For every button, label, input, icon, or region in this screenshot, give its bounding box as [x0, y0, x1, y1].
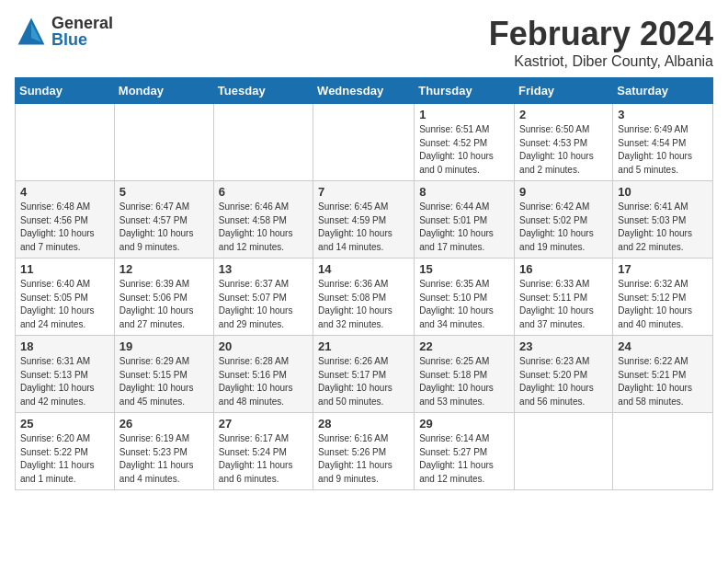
day-info: Sunrise: 6:25 AM Sunset: 5:18 PM Dayligh… [419, 355, 509, 408]
day-number: 24 [618, 339, 708, 353]
weekday-header-monday: Monday [114, 78, 213, 104]
day-number: 4 [20, 185, 109, 199]
calendar-cell: 21Sunrise: 6:26 AM Sunset: 5:17 PM Dayli… [313, 336, 415, 413]
weekday-header-sunday: Sunday [16, 78, 115, 104]
location-title: Kastriot, Diber County, Albania [489, 53, 713, 70]
day-number: 12 [119, 262, 209, 276]
day-number: 3 [618, 108, 708, 121]
week-row-5: 25Sunrise: 6:20 AM Sunset: 5:22 PM Dayli… [16, 413, 713, 490]
day-info: Sunrise: 6:16 AM Sunset: 5:26 PM Dayligh… [318, 432, 409, 486]
day-info: Sunrise: 6:26 AM Sunset: 5:17 PM Dayligh… [318, 355, 409, 408]
calendar-cell: 13Sunrise: 6:37 AM Sunset: 5:07 PM Dayli… [213, 259, 313, 336]
day-number: 21 [318, 339, 409, 353]
calendar-cell: 25Sunrise: 6:20 AM Sunset: 5:22 PM Dayli… [16, 413, 115, 490]
day-number: 10 [618, 185, 708, 199]
day-info: Sunrise: 6:50 AM Sunset: 4:53 PM Dayligh… [519, 123, 608, 177]
day-number: 11 [20, 262, 109, 276]
calendar-cell [515, 413, 613, 490]
calendar-cell: 23Sunrise: 6:23 AM Sunset: 5:20 PM Dayli… [515, 336, 613, 413]
day-number: 20 [219, 339, 308, 353]
day-info: Sunrise: 6:35 AM Sunset: 5:10 PM Dayligh… [419, 278, 509, 331]
calendar-cell: 6Sunrise: 6:46 AM Sunset: 4:58 PM Daylig… [213, 181, 313, 259]
week-row-3: 11Sunrise: 6:40 AM Sunset: 5:05 PM Dayli… [16, 259, 713, 336]
day-number: 19 [119, 339, 209, 353]
week-row-2: 4Sunrise: 6:48 AM Sunset: 4:56 PM Daylig… [16, 181, 713, 259]
day-info: Sunrise: 6:46 AM Sunset: 4:58 PM Dayligh… [219, 201, 308, 254]
weekday-header-thursday: Thursday [415, 78, 515, 104]
day-number: 16 [519, 262, 608, 276]
weekday-header-wednesday: Wednesday [313, 78, 415, 104]
day-number: 1 [419, 108, 509, 121]
calendar-cell: 5Sunrise: 6:47 AM Sunset: 4:57 PM Daylig… [114, 181, 213, 259]
calendar-cell [16, 104, 115, 181]
calendar-cell: 12Sunrise: 6:39 AM Sunset: 5:06 PM Dayli… [114, 259, 213, 336]
day-info: Sunrise: 6:42 AM Sunset: 5:02 PM Dayligh… [519, 201, 608, 254]
day-info: Sunrise: 6:28 AM Sunset: 5:16 PM Dayligh… [219, 355, 308, 408]
day-info: Sunrise: 6:49 AM Sunset: 4:54 PM Dayligh… [618, 123, 708, 177]
logo-blue: Blue [51, 31, 113, 48]
calendar-cell: 9Sunrise: 6:42 AM Sunset: 5:02 PM Daylig… [515, 181, 613, 259]
calendar-cell: 20Sunrise: 6:28 AM Sunset: 5:16 PM Dayli… [213, 336, 313, 413]
calendar-cell: 2Sunrise: 6:50 AM Sunset: 4:53 PM Daylig… [515, 104, 613, 181]
day-number: 15 [419, 262, 509, 276]
calendar-cell: 7Sunrise: 6:45 AM Sunset: 4:59 PM Daylig… [313, 181, 415, 259]
day-number: 9 [519, 185, 608, 199]
month-title: February 2024 [489, 15, 713, 53]
day-info: Sunrise: 6:33 AM Sunset: 5:11 PM Dayligh… [519, 278, 608, 331]
calendar-cell: 8Sunrise: 6:44 AM Sunset: 5:01 PM Daylig… [415, 181, 515, 259]
day-info: Sunrise: 6:36 AM Sunset: 5:08 PM Dayligh… [318, 278, 409, 331]
calendar-cell [613, 413, 713, 490]
calendar-cell: 29Sunrise: 6:14 AM Sunset: 5:27 PM Dayli… [415, 413, 515, 490]
day-number: 27 [219, 417, 308, 431]
header-area: General Blue February 2024 Kastriot, Dib… [15, 15, 713, 70]
day-number: 5 [119, 185, 209, 199]
day-info: Sunrise: 6:32 AM Sunset: 5:12 PM Dayligh… [618, 278, 708, 331]
day-info: Sunrise: 6:51 AM Sunset: 4:52 PM Dayligh… [419, 123, 509, 177]
calendar-cell [313, 104, 415, 181]
logo-general: General [51, 15, 113, 31]
day-info: Sunrise: 6:48 AM Sunset: 4:56 PM Dayligh… [20, 201, 109, 254]
day-number: 2 [519, 108, 608, 121]
calendar-cell [114, 104, 213, 181]
day-info: Sunrise: 6:22 AM Sunset: 5:21 PM Dayligh… [618, 355, 708, 408]
day-info: Sunrise: 6:17 AM Sunset: 5:24 PM Dayligh… [219, 432, 308, 486]
day-info: Sunrise: 6:20 AM Sunset: 5:22 PM Dayligh… [20, 432, 109, 486]
weekday-header-friday: Friday [515, 78, 613, 104]
weekday-header-tuesday: Tuesday [213, 78, 313, 104]
day-number: 18 [20, 339, 109, 353]
week-row-4: 18Sunrise: 6:31 AM Sunset: 5:13 PM Dayli… [16, 336, 713, 413]
calendar-cell: 15Sunrise: 6:35 AM Sunset: 5:10 PM Dayli… [415, 259, 515, 336]
day-number: 8 [419, 185, 509, 199]
day-number: 17 [618, 262, 708, 276]
day-number: 25 [20, 417, 109, 431]
day-info: Sunrise: 6:47 AM Sunset: 4:57 PM Dayligh… [119, 201, 209, 254]
calendar-cell: 27Sunrise: 6:17 AM Sunset: 5:24 PM Dayli… [213, 413, 313, 490]
calendar-cell: 16Sunrise: 6:33 AM Sunset: 5:11 PM Dayli… [515, 259, 613, 336]
title-area: February 2024 Kastriot, Diber County, Al… [489, 15, 713, 70]
calendar-cell: 22Sunrise: 6:25 AM Sunset: 5:18 PM Dayli… [415, 336, 515, 413]
day-info: Sunrise: 6:29 AM Sunset: 5:15 PM Dayligh… [119, 355, 209, 408]
calendar-cell: 24Sunrise: 6:22 AM Sunset: 5:21 PM Dayli… [613, 336, 713, 413]
calendar-cell [213, 104, 313, 181]
day-info: Sunrise: 6:40 AM Sunset: 5:05 PM Dayligh… [20, 278, 109, 331]
day-info: Sunrise: 6:37 AM Sunset: 5:07 PM Dayligh… [219, 278, 308, 331]
calendar-cell: 10Sunrise: 6:41 AM Sunset: 5:03 PM Dayli… [613, 181, 713, 259]
calendar-cell: 26Sunrise: 6:19 AM Sunset: 5:23 PM Dayli… [114, 413, 213, 490]
calendar-cell: 11Sunrise: 6:40 AM Sunset: 5:05 PM Dayli… [16, 259, 115, 336]
logo: General Blue [15, 15, 113, 48]
day-info: Sunrise: 6:41 AM Sunset: 5:03 PM Dayligh… [618, 201, 708, 254]
day-info: Sunrise: 6:39 AM Sunset: 5:06 PM Dayligh… [119, 278, 209, 331]
day-number: 26 [119, 417, 209, 431]
day-number: 7 [318, 185, 409, 199]
day-info: Sunrise: 6:31 AM Sunset: 5:13 PM Dayligh… [20, 355, 109, 408]
day-number: 6 [219, 185, 308, 199]
calendar-cell: 18Sunrise: 6:31 AM Sunset: 5:13 PM Dayli… [16, 336, 115, 413]
day-info: Sunrise: 6:19 AM Sunset: 5:23 PM Dayligh… [119, 432, 209, 486]
day-number: 28 [318, 417, 409, 431]
day-number: 22 [419, 339, 509, 353]
weekday-header-row: SundayMondayTuesdayWednesdayThursdayFrid… [16, 78, 713, 104]
day-info: Sunrise: 6:14 AM Sunset: 5:27 PM Dayligh… [419, 432, 509, 486]
day-number: 13 [219, 262, 308, 276]
calendar: SundayMondayTuesdayWednesdayThursdayFrid… [15, 77, 713, 490]
calendar-cell: 28Sunrise: 6:16 AM Sunset: 5:26 PM Dayli… [313, 413, 415, 490]
